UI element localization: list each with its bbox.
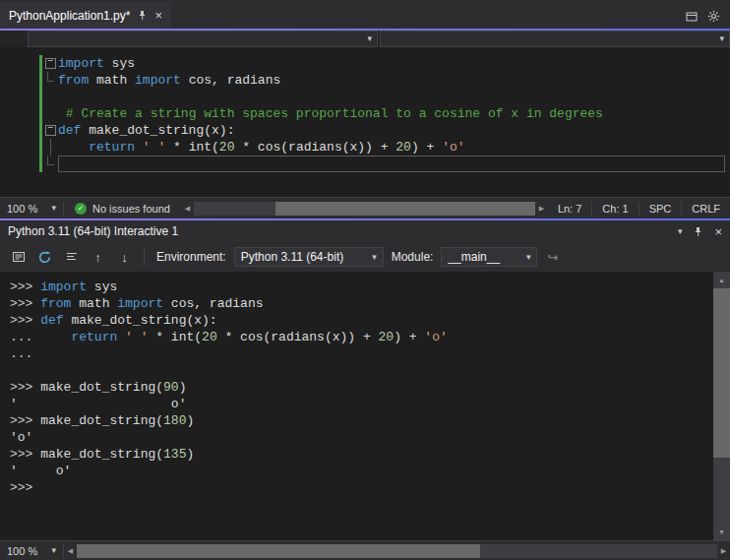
chevron-down-icon: ▾ [51, 204, 56, 213]
console-output[interactable]: >>> import sys>>> from math import cos, … [0, 272, 713, 540]
fold-gutter [42, 156, 58, 172]
tab-pythonapplication1[interactable]: PythonApplication1.py* × [0, 2, 171, 29]
code-line: 'o' [10, 429, 713, 446]
module-dropdown[interactable]: __main__ ▾ [441, 247, 537, 267]
scroll-left-icon[interactable]: ◀ [64, 547, 77, 555]
scrollbar-thumb[interactable] [77, 544, 480, 558]
code-line: from math import cos, radians [0, 72, 730, 89]
code-line [10, 362, 713, 379]
chevron-down-icon: ▾ [51, 546, 56, 555]
code-line: import sys [0, 55, 730, 72]
code-line: >>> make_dot_string(180) [10, 412, 713, 429]
close-icon[interactable]: × [714, 225, 722, 238]
tab-title: PythonApplication1.py* [9, 9, 130, 23]
editor-horizontal-scrollbar[interactable]: ◀ ▶ [181, 198, 548, 218]
interactive-title-bar[interactable]: Python 3.11 (64-bit) Interactive 1 ▾ × [0, 220, 730, 242]
editor-zoom-dropdown[interactable]: 100 % ▾ [0, 203, 63, 215]
toolbar-divider [144, 248, 145, 266]
code-line: >>> import sys [10, 279, 713, 295]
code-line [0, 156, 730, 172]
interactive-zoom-dropdown[interactable]: 100 % ▾ [0, 545, 63, 557]
code-line: return ' ' * int(20 * cos(radians(x)) + … [0, 139, 730, 156]
scrollbar-track[interactable] [77, 544, 717, 558]
issues-indicator[interactable]: ✓ No issues found [64, 203, 181, 215]
code-line [0, 89, 730, 105]
member-scope-dropdown[interactable]: ▾ [380, 31, 730, 47]
code-editor[interactable]: import sysfrom math import cos, radians … [0, 47, 730, 197]
fold-gutter [42, 105, 58, 122]
fold-gutter [42, 89, 58, 105]
check-icon: ✓ [75, 203, 87, 215]
environment-label: Environment: [156, 250, 226, 264]
pin-icon[interactable] [693, 226, 703, 237]
environment-dropdown[interactable]: Python 3.11 (64-bit) ▾ [234, 247, 384, 267]
editor-navigation-bar: ▾ ▾ [0, 31, 730, 47]
visual-studio-window: PythonApplication1.py* × ▾ ▾ import sysf… [0, 0, 730, 560]
code-line: ... [10, 345, 713, 362]
caret-position-group: Ln: 7 Ch: 1 SPC CRLF [548, 198, 730, 218]
fold-collapse-icon[interactable] [42, 122, 58, 139]
document-tab-bar: PythonApplication1.py* × [0, 0, 730, 29]
scroll-up-icon[interactable]: ▲ [713, 277, 730, 283]
editor-code: import sysfrom math import cos, radians … [0, 55, 730, 172]
history-previous-icon[interactable]: ↑ [87, 246, 109, 268]
zoom-level: 100 % [7, 545, 37, 557]
code-line: >>> make_dot_string(90) [10, 379, 713, 396]
project-scope-dropdown[interactable]: ▾ [28, 31, 378, 47]
pin-icon[interactable] [137, 10, 148, 21]
code-line: ' o' [10, 396, 713, 412]
scroll-right-icon[interactable]: ▶ [535, 205, 548, 213]
code-line: def make_dot_string(x): [0, 122, 730, 139]
scroll-down-icon[interactable]: ▼ [713, 529, 730, 535]
scrollbar-thumb[interactable] [275, 202, 535, 216]
fold-gutter [42, 72, 58, 89]
code-line: >>> make_dot_string(135) [10, 446, 713, 463]
vertical-scrollbar[interactable]: ▲ ▼ [713, 272, 730, 540]
reset-icon[interactable] [33, 246, 56, 268]
close-icon[interactable]: × [154, 9, 162, 22]
zoom-level: 100 % [7, 203, 37, 215]
fold-collapse-icon[interactable] [42, 55, 58, 72]
spaces-indicator: SPC [639, 203, 682, 215]
gear-icon[interactable] [707, 10, 720, 23]
code-line: # Create a string with spaces proportion… [0, 105, 730, 122]
window-list-icon[interactable] [686, 11, 698, 23]
code-line: ' o' [10, 463, 713, 479]
line-ending-indicator: CRLF [682, 203, 730, 215]
code-line: >>> def make_dot_string(x): [10, 312, 713, 329]
python-interactive-window: Python 3.11 (64-bit) Interactive 1 ▾ × ↑… [0, 220, 730, 560]
chevron-down-icon: ▾ [526, 253, 531, 262]
interactive-horizontal-scrollbar[interactable]: ◀ ▶ [64, 541, 730, 560]
chevron-down-icon: ▾ [367, 34, 372, 43]
tool-window-actions: ▾ × [678, 225, 722, 238]
redo-icon[interactable]: ↪ [547, 250, 558, 265]
module-value: __main__ [448, 250, 500, 264]
scroll-left-icon[interactable]: ◀ [181, 205, 194, 213]
clear-screen-icon[interactable] [60, 246, 83, 268]
issues-text: No issues found [92, 203, 170, 215]
line-indicator: Ln: 7 [548, 203, 591, 215]
chevron-down-icon: ▾ [719, 34, 724, 43]
window-position-icon[interactable]: ▾ [678, 227, 683, 236]
column-indicator: Ch: 1 [592, 203, 638, 215]
interactive-body: >>> import sys>>> from math import cos, … [0, 272, 730, 540]
fold-gutter [42, 139, 58, 156]
scrollbar-thumb[interactable] [713, 288, 730, 458]
chevron-down-icon: ▾ [372, 253, 377, 262]
interactive-toolbar: ↑ ↓ Environment: Python 3.11 (64-bit) ▾ … [0, 242, 730, 272]
tab-strip-actions [686, 10, 730, 29]
code-line: >>> from math import cos, radians [10, 295, 713, 312]
environment-value: Python 3.11 (64-bit) [241, 250, 344, 264]
module-label: Module: [392, 250, 434, 264]
interactive-status-bar: 100 % ▾ ◀ ▶ [0, 540, 730, 560]
scroll-right-icon[interactable]: ▶ [717, 547, 730, 555]
history-next-icon[interactable]: ↓ [113, 246, 136, 268]
editor-status-bar: 100 % ▾ ✓ No issues found ◀ ▶ Ln: 7 Ch: … [0, 197, 730, 218]
code-line: ... return ' ' * int(20 * cos(radians(x)… [10, 329, 713, 345]
interactive-title: Python 3.11 (64-bit) Interactive 1 [8, 224, 178, 238]
scrollbar-track[interactable] [194, 202, 535, 216]
environments-icon[interactable] [7, 246, 30, 268]
code-line: >>> [10, 479, 713, 496]
